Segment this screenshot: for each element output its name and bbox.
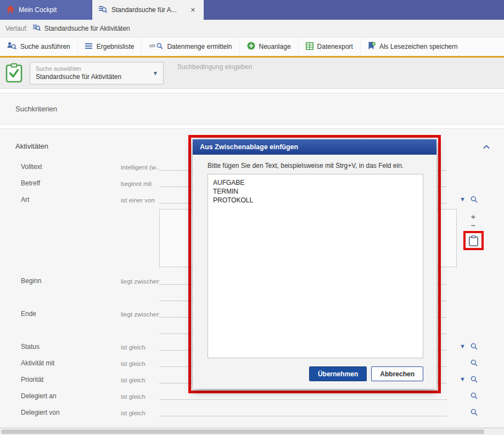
chevron-down-icon: ▼: [153, 70, 158, 76]
data-export-button[interactable]: Datenexport: [298, 37, 360, 56]
count-records-button[interactable]: ¹²³ Datenmenge ermitteln: [141, 37, 239, 56]
dropdown-arrow-icon[interactable]: ▼: [460, 196, 466, 202]
history-bar: Verlauf: Standardsuche für Aktivitäten: [0, 20, 504, 37]
paste-from-clipboard-dialog: Aus Zwischenablage einfügen Bitte fügen …: [193, 139, 436, 389]
scrollbar-thumb[interactable]: [1, 430, 484, 434]
toolbar-item-label: Ergebnisliste: [97, 43, 135, 50]
cancel-button[interactable]: Abbrechen: [371, 366, 423, 381]
list-icon: [85, 43, 93, 51]
criteria-operator[interactable]: ist gleich: [121, 393, 159, 400]
search-criteria-section: Suchkriterien: [0, 93, 504, 125]
criteria-row-delegiert-von: Delegiert von ist gleich: [0, 403, 504, 420]
table-icon: [306, 42, 313, 52]
toolbar-item-label: Datenexport: [317, 43, 353, 50]
app-window: Mein Cockpit Standardsuche für A... ✕ Ve…: [0, 0, 504, 435]
criteria-label: Ende: [21, 310, 121, 318]
run-search-button[interactable]: Suche ausführen: [0, 37, 77, 56]
home-icon: [7, 5, 14, 14]
toolbar: Suche ausführen Ergebnisliste ¹²³ Datenm…: [0, 37, 504, 58]
criteria-label: Aktivität mit: [21, 359, 121, 367]
tab-mein-cockpit[interactable]: Mein Cockpit: [0, 0, 92, 20]
clipboard-textarea[interactable]: AUFGABE TERMIN PROTOKOLL: [208, 174, 423, 358]
criteria-label: Status: [21, 343, 121, 351]
toolbar-item-label: Suche ausführen: [20, 43, 70, 50]
tab-label: Standardsuche für A...: [111, 6, 177, 14]
run-search-icon: [7, 42, 16, 52]
criteria-operator[interactable]: beginnt mit: [121, 180, 159, 187]
horizontal-scrollbar: [0, 428, 504, 435]
criteria-operator[interactable]: intelligent (w...: [121, 164, 159, 171]
search-condition-input[interactable]: [177, 63, 499, 71]
criteria-label: Beginn: [21, 277, 121, 285]
dialog-title: Aus Zwischenablage einfügen: [193, 139, 436, 155]
tab-standardsuche[interactable]: Standardsuche für A... ✕: [92, 0, 204, 20]
search-list-icon: [33, 24, 41, 33]
search-select-label: Suche auswählen: [36, 65, 158, 72]
search-lookup-icon[interactable]: [471, 343, 478, 350]
digits-icon: ¹²³: [149, 43, 155, 50]
criteria-label: Art: [21, 196, 121, 204]
search-select-value: Standardsuche für Aktivitäten: [36, 73, 158, 81]
criteria-label: Volltext: [21, 163, 121, 171]
listbox-tools: + −: [462, 209, 484, 250]
search-lookup-icon[interactable]: [471, 359, 478, 366]
search-lookup-icon[interactable]: [471, 376, 478, 383]
history-item-label: Standardsuche für Aktivitäten: [44, 25, 130, 32]
section-title: Suchkriterien: [15, 105, 57, 113]
search-lookup-icon[interactable]: [471, 409, 478, 416]
criteria-operator[interactable]: ist gleich: [121, 360, 159, 367]
close-tab-icon[interactable]: ✕: [189, 5, 197, 15]
search-select-bar: Suche auswählen Standardsuche für Aktivi…: [0, 58, 504, 89]
toolbar-item-label: Datenmenge ermitteln: [167, 43, 232, 50]
dropdown-arrow-icon[interactable]: ▼: [460, 376, 466, 382]
criteria-label: Betreff: [21, 179, 121, 187]
dialog-instruction: Bitte fügen Sie den Text, beispielsweise…: [208, 162, 423, 170]
toolbar-item-label: Als Lesezeichen speichern: [379, 43, 458, 50]
chevron-up-icon[interactable]: [483, 143, 490, 151]
search-lookup-icon[interactable]: [471, 196, 478, 203]
result-list-button[interactable]: Ergebnisliste: [77, 37, 142, 56]
criteria-operator[interactable]: ist gleich: [121, 410, 159, 416]
search-lookup-icon[interactable]: [471, 392, 478, 399]
criteria-operator[interactable]: liegt zwischen: [121, 278, 159, 285]
dialog-buttons: Übernehmen Abbrechen: [208, 366, 423, 381]
tab-bar: Mein Cockpit Standardsuche für A... ✕: [0, 0, 504, 20]
add-value-button[interactable]: +: [468, 212, 478, 221]
tab-label: Mein Cockpit: [19, 6, 57, 14]
criteria-operator[interactable]: liegt zwischen: [121, 311, 159, 318]
criteria-operator[interactable]: ist gleich: [121, 377, 159, 383]
red-annotation-box-modal: Aus Zwischenablage einfügen Bitte fügen …: [188, 135, 441, 393]
dropdown-arrow-icon[interactable]: ▼: [460, 343, 466, 349]
magnifier-icon: [156, 43, 163, 51]
criteria-label: Delegiert an: [21, 392, 121, 400]
criteria-operator[interactable]: ist gleich: [121, 344, 159, 351]
remove-value-button[interactable]: −: [468, 221, 478, 229]
search-condition-area: [171, 58, 499, 88]
search-select-dropdown[interactable]: Suche auswählen Standardsuche für Aktivi…: [30, 62, 164, 84]
history-item[interactable]: Standardsuche für Aktivitäten: [33, 24, 130, 33]
toolbar-item-label: Neuanlage: [259, 43, 291, 50]
delegiert-von-input[interactable]: [159, 407, 447, 416]
criteria-label: Delegiert von: [21, 409, 121, 416]
apply-button[interactable]: Übernehmen: [309, 366, 367, 381]
criteria-operator[interactable]: ist einer von: [121, 197, 159, 204]
plus-circle-icon: [247, 42, 255, 52]
paste-from-clipboard-button[interactable]: [469, 235, 478, 246]
search-list-icon: [99, 5, 107, 15]
save-bookmark-button[interactable]: Als Lesezeichen speichern: [360, 37, 465, 56]
bookmark-icon: [368, 42, 376, 52]
clipboard-check-icon: [5, 63, 23, 83]
red-annotation-box: [463, 231, 484, 250]
new-record-button[interactable]: Neuanlage: [239, 37, 298, 56]
history-label: Verlauf:: [5, 25, 28, 32]
dialog-body: Bitte fügen Sie den Text, beispielsweise…: [193, 155, 436, 389]
criteria-label: Priorität: [21, 376, 121, 383]
